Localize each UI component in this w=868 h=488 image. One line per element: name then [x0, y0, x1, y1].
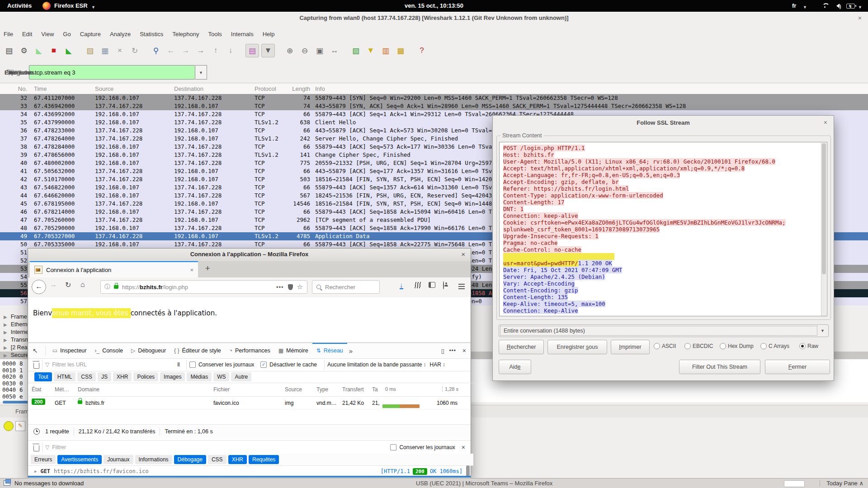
pick-element-icon[interactable]: ↖ — [33, 347, 38, 354]
devtools-tab[interactable]: ▭ Inspecteur — [48, 343, 91, 358]
go-bottom-icon[interactable]: ↓ — [224, 44, 237, 57]
persist-logs-label[interactable]: Conserver les journaux — [198, 361, 254, 368]
console-filter-chip[interactable]: Erreurs — [31, 455, 56, 464]
console-filter-chip[interactable]: XHR — [228, 455, 247, 464]
battery-icon[interactable]: ↯ — [846, 4, 855, 9]
save-as-button[interactable]: Enregistrer sous — [547, 340, 607, 354]
clock[interactable]: ven. 15 oct., 10:13:50 — [405, 2, 463, 10]
firefox-close-button[interactable]: × — [461, 250, 465, 258]
pause-icon[interactable]: ‖ — [177, 361, 180, 368]
radio-icon[interactable] — [799, 343, 806, 349]
zoom-out-icon[interactable]: ⊖ — [298, 44, 311, 57]
site-info-icon[interactable]: ⓘ — [104, 283, 110, 291]
expander-icon[interactable]: ▶ — [4, 314, 7, 319]
page-actions-icon[interactable]: ••• — [276, 284, 284, 291]
activities-button[interactable]: Activités — [7, 2, 32, 10]
console-filter-chip[interactable]: Requêtes — [249, 455, 279, 464]
format-radio[interactable]: Raw — [799, 343, 818, 349]
col-protocol[interactable]: Protocol — [252, 84, 286, 94]
go-top-icon[interactable]: ↑ — [209, 44, 222, 57]
type-filter-chip[interactable]: Tout — [34, 372, 52, 381]
clear-requests-icon[interactable] — [33, 363, 39, 369]
type-filter-chip[interactable]: XHR — [113, 372, 132, 381]
type-filter-chip[interactable]: WS — [213, 372, 229, 381]
console-filter-chip[interactable]: Avertissements — [57, 455, 102, 464]
coloring-rules-icon[interactable]: ▥ — [379, 44, 392, 57]
menu-icon[interactable] — [458, 284, 465, 285]
dialog-close-button[interactable]: × — [824, 119, 827, 126]
throttling-select[interactable]: Aucune limitation de la bande passante — [327, 361, 422, 368]
format-radio[interactable]: ASCII — [654, 343, 676, 349]
menu-item[interactable]: Go — [63, 28, 71, 40]
col-destination[interactable]: Destination — [172, 84, 252, 94]
https-lock-icon[interactable] — [114, 285, 118, 289]
menu-item[interactable]: View — [41, 28, 54, 40]
url-text[interactable]: https://bzhits.fr/login.php — [122, 284, 188, 291]
devtools-options-icon[interactable]: ••• — [449, 347, 456, 354]
display-filters-icon[interactable]: ▼ — [364, 44, 377, 57]
back-button[interactable]: ← — [32, 280, 46, 294]
packet-list-header[interactable]: No. Time Source Destination Protocol Len… — [0, 84, 868, 94]
file-close-icon[interactable]: × — [113, 44, 126, 57]
zoom-in-icon[interactable]: ⊕ — [283, 44, 296, 57]
console-filter-chip[interactable]: Journaux — [104, 455, 133, 464]
devtools-tab[interactable]: ◔ Performances — [225, 343, 274, 358]
wifi-icon[interactable] — [822, 3, 828, 8]
devtools-tab[interactable]: ›_ Console — [90, 343, 127, 358]
network-filter-input[interactable]: Filtrer les URL — [52, 361, 87, 368]
type-filter-chip[interactable]: HTML — [54, 372, 76, 381]
preferences-icon[interactable]: ▩ — [394, 44, 407, 57]
find-button[interactable]: Rechercher — [499, 340, 544, 354]
expander-icon[interactable]: ▶ — [4, 353, 7, 358]
library-icon[interactable] — [415, 282, 421, 288]
conversation-select[interactable]: Entire conversation (1488 bytes) ▼ — [499, 324, 829, 337]
volume-icon[interactable]: ) — [834, 2, 841, 11]
system-menu-chevron-icon[interactable]: ▼ — [858, 3, 862, 11]
today-pane-toggle[interactable]: Today Pane ∧ — [820, 480, 863, 487]
console-close-icon[interactable]: × — [462, 444, 465, 451]
menu-item[interactable]: Edit — [22, 28, 32, 40]
app-menu-button[interactable]: Firefox ESR — [54, 2, 88, 10]
menu-item[interactable]: Help — [263, 28, 275, 40]
radio-icon[interactable] — [720, 343, 726, 349]
display-filter-input[interactable]: tcp.stream eq 3 — [29, 65, 195, 80]
radio-icon[interactable] — [654, 343, 660, 349]
colorize-list-icon[interactable]: ▤ — [245, 44, 259, 57]
wireshark-close-button[interactable]: × — [858, 14, 862, 22]
responsive-mode-icon[interactable]: ▯ — [441, 347, 444, 354]
print-button[interactable]: Imprimer — [611, 340, 650, 354]
reload-button[interactable]: ↻ — [65, 281, 71, 289]
type-filter-chip[interactable]: JS — [98, 372, 111, 381]
devtools-tab[interactable]: ▦ Mémoire — [274, 343, 312, 358]
format-radio[interactable]: EBCDIC — [684, 343, 713, 349]
search-bar[interactable]: Rechercher — [312, 280, 380, 294]
devtools-tab[interactable]: ▷ Débogueur — [127, 343, 170, 358]
console-filter-input[interactable]: Filtrer — [52, 444, 66, 450]
col-no[interactable]: No. — [0, 84, 31, 94]
type-filter-chip[interactable]: CSS — [77, 372, 96, 381]
type-filter-chip[interactable]: Médias — [187, 372, 212, 381]
console-filter-chip[interactable]: Informations — [135, 455, 172, 464]
menu-item[interactable]: Telephony — [172, 28, 199, 40]
clock-icon[interactable] — [33, 428, 40, 435]
persist-logs-checkbox[interactable] — [189, 361, 196, 368]
new-tab-button[interactable]: + — [205, 264, 210, 273]
capture-stop-icon[interactable]: ■ — [47, 44, 60, 57]
col-time[interactable]: Time — [31, 84, 92, 94]
capture-restart-icon[interactable]: ◣ — [62, 44, 75, 57]
radio-icon[interactable] — [760, 343, 767, 349]
menu-item[interactable]: Internals — [231, 28, 254, 40]
go-forward-icon[interactable]: → — [179, 44, 192, 57]
col-length[interactable]: Length — [286, 84, 311, 94]
type-filter-chip[interactable]: Images — [160, 372, 185, 381]
auto-scroll-icon[interactable]: ▼ — [261, 44, 275, 57]
expand-arrow-icon[interactable]: ▶ — [34, 469, 37, 474]
menu-item[interactable]: Statistics — [140, 28, 163, 40]
disable-cache-checkbox[interactable]: ✓ — [260, 361, 267, 368]
bookmark-star-icon[interactable]: ☆ — [297, 283, 303, 291]
capture-comment-icon[interactable]: ✎ — [15, 421, 25, 431]
more-tabs-icon[interactable]: » — [349, 347, 353, 355]
zoom-100-icon[interactable]: ▣ — [313, 44, 326, 57]
expert-info-icon[interactable] — [4, 421, 14, 431]
log-url[interactable]: https://bzhits.fr/favicon.ico — [54, 468, 149, 474]
